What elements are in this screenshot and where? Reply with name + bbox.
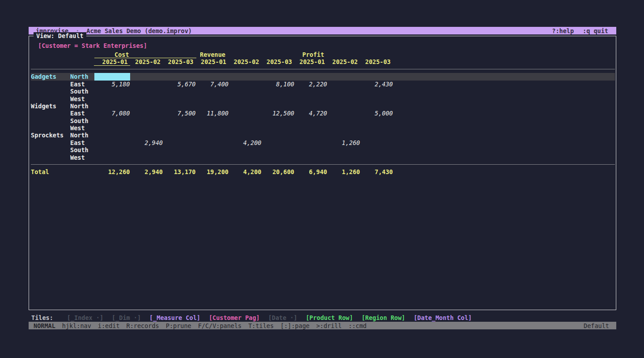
value-cell[interactable]: 5,000 [360, 110, 393, 117]
value-cell[interactable] [163, 73, 196, 80]
value-cell[interactable] [229, 73, 262, 80]
value-cell[interactable] [327, 110, 360, 117]
value-cell[interactable] [327, 81, 360, 88]
value-cell[interactable] [262, 132, 295, 139]
region-label[interactable]: East [70, 139, 97, 146]
region-label[interactable]: North [70, 132, 97, 139]
value-cell[interactable] [360, 153, 393, 161]
value-cell[interactable] [294, 117, 327, 124]
product-label[interactable]: Gadgets [31, 73, 70, 80]
value-cell[interactable] [196, 88, 229, 95]
value-cell[interactable]: 8,100 [262, 81, 295, 88]
value-cell[interactable] [163, 153, 196, 161]
tile-customer[interactable]: [Customer Pag] [209, 314, 260, 321]
region-label[interactable]: North [70, 73, 97, 80]
selected-cell[interactable] [94, 73, 130, 80]
value-cell[interactable] [130, 117, 163, 124]
value-cell[interactable] [360, 95, 393, 102]
value-cell[interactable] [163, 124, 196, 132]
value-cell[interactable] [229, 146, 262, 153]
value-cell[interactable]: 7,500 [163, 110, 196, 117]
tile-measure[interactable]: [_Measure Col] [149, 314, 200, 321]
value-cell[interactable] [97, 124, 130, 132]
value-cell[interactable] [229, 102, 262, 110]
value-cell[interactable] [360, 124, 393, 132]
region-label[interactable]: West [70, 95, 97, 102]
value-cell[interactable] [196, 124, 229, 132]
value-cell[interactable] [360, 139, 393, 146]
value-cell[interactable] [229, 132, 262, 139]
month-header[interactable]: 2025-01 [94, 58, 130, 65]
value-cell[interactable] [360, 117, 393, 124]
value-cell[interactable]: 4,200 [229, 139, 262, 146]
value-cell[interactable] [196, 139, 229, 146]
value-cell[interactable] [163, 95, 196, 102]
value-cell[interactable] [262, 124, 295, 132]
value-cell[interactable]: 2,430 [360, 81, 393, 88]
tile-date-month[interactable]: [Date_Month Col] [414, 314, 472, 321]
region-label[interactable]: South [70, 88, 97, 95]
value-cell[interactable] [196, 153, 229, 161]
region-label[interactable]: East [70, 81, 97, 88]
measure-group-profit[interactable]: Profit [302, 51, 324, 58]
value-cell[interactable] [262, 117, 295, 124]
value-cell[interactable]: 2,220 [294, 81, 327, 88]
value-cell[interactable] [130, 124, 163, 132]
month-header[interactable]: 2025-02 [327, 58, 360, 65]
value-cell[interactable] [327, 102, 360, 110]
value-cell[interactable] [196, 95, 229, 102]
value-cell[interactable] [294, 146, 327, 153]
value-cell[interactable] [130, 81, 163, 88]
value-cell[interactable] [130, 73, 163, 80]
value-cell[interactable] [327, 146, 360, 153]
value-cell[interactable] [327, 132, 360, 139]
month-header[interactable]: 2025-01 [196, 58, 229, 65]
value-cell[interactable] [97, 117, 130, 124]
tile-index[interactable]: [_Index ·] [67, 314, 103, 321]
measure-group-revenue[interactable]: Revenue [200, 51, 225, 58]
value-cell[interactable] [294, 88, 327, 95]
value-cell[interactable] [327, 124, 360, 132]
value-cell[interactable] [262, 95, 295, 102]
value-cell[interactable] [262, 88, 295, 95]
value-cell[interactable] [360, 73, 393, 80]
value-cell[interactable] [97, 88, 130, 95]
tile-region[interactable]: [Region Row] [361, 314, 405, 321]
product-label[interactable]: Sprockets [31, 132, 70, 139]
value-cell[interactable] [360, 102, 393, 110]
month-header[interactable]: 2025-03 [262, 58, 295, 65]
value-cell[interactable] [229, 110, 262, 117]
value-cell[interactable] [130, 102, 163, 110]
value-cell[interactable] [97, 153, 130, 161]
value-cell[interactable]: 5,670 [163, 81, 196, 88]
month-header[interactable]: 2025-02 [130, 58, 163, 65]
value-cell[interactable] [294, 132, 327, 139]
value-cell[interactable] [97, 146, 130, 153]
value-cell[interactable] [130, 132, 163, 139]
value-cell[interactable] [327, 73, 360, 80]
value-cell[interactable] [130, 153, 163, 161]
value-cell[interactable] [163, 146, 196, 153]
value-cell[interactable] [262, 153, 295, 161]
value-cell[interactable]: 2,940 [130, 139, 163, 146]
value-cell[interactable]: 11,800 [196, 110, 229, 117]
value-cell[interactable] [130, 95, 163, 102]
value-cell[interactable] [196, 117, 229, 124]
region-label[interactable]: East [70, 110, 97, 117]
value-cell[interactable] [327, 153, 360, 161]
value-cell[interactable]: 1,260 [327, 139, 360, 146]
value-cell[interactable] [97, 95, 130, 102]
value-cell[interactable] [229, 88, 262, 95]
value-cell[interactable] [229, 95, 262, 102]
value-cell[interactable] [327, 117, 360, 124]
value-cell[interactable] [196, 102, 229, 110]
value-cell[interactable]: 4,720 [294, 110, 327, 117]
value-cell[interactable]: 5,180 [97, 81, 130, 88]
value-cell[interactable] [360, 132, 393, 139]
value-cell[interactable] [360, 88, 393, 95]
value-cell[interactable] [163, 139, 196, 146]
tile-dim[interactable]: [_Dim ·] [112, 314, 141, 321]
value-cell[interactable] [97, 139, 130, 146]
value-cell[interactable] [262, 73, 295, 80]
value-cell[interactable] [229, 124, 262, 132]
